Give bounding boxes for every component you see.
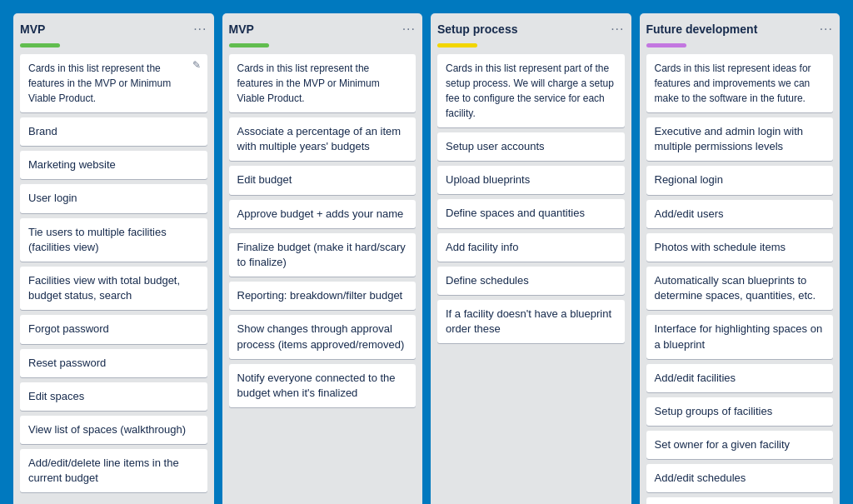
column-header-col4: Future development··· <box>646 22 834 37</box>
column-menu-icon-col4[interactable]: ··· <box>820 22 833 37</box>
column-menu-icon-col1[interactable]: ··· <box>193 22 207 37</box>
column-header-col2: MVP··· <box>229 22 417 37</box>
column-col4: Future development···Cards in this list … <box>640 13 841 504</box>
card-item[interactable]: Facilities view with total budget, budge… <box>20 267 207 310</box>
column-col1: MVP···✎Cards in this list represent the … <box>13 13 214 504</box>
card-item[interactable]: Show changes through approval process (i… <box>229 315 417 358</box>
card-item[interactable]: Associate a percentage of an item with m… <box>229 117 417 161</box>
card-item[interactable]: Executive and admin login with multiple … <box>646 117 834 161</box>
card-item[interactable]: Marketing website <box>20 151 207 179</box>
color-bar-col2 <box>229 43 269 47</box>
card-item[interactable]: Photos with schedule items <box>646 233 834 262</box>
card-item[interactable]: Edit budget <box>229 166 417 194</box>
card-item[interactable]: Brand <box>20 117 207 146</box>
card-item[interactable]: Tie users to multiple facilities (facili… <box>20 218 207 262</box>
card-item[interactable]: Forgot password <box>20 315 207 343</box>
color-bar-col4 <box>646 43 686 47</box>
column-menu-icon-col3[interactable]: ··· <box>611 22 624 37</box>
card-item[interactable]: Add facility info <box>437 233 625 262</box>
card-item[interactable]: Edit spaces <box>20 382 207 411</box>
card-item[interactable]: If a facility doesn't have a blueprint o… <box>437 300 625 343</box>
column-title-col3: Setup process <box>437 22 517 36</box>
card-item[interactable]: Define spaces and quantities <box>437 199 625 227</box>
card-item[interactable]: Add/edit area options <box>646 497 834 504</box>
cards-list-col4: Executive and admin login with multiple … <box>646 117 834 504</box>
edit-icon[interactable]: ✎ <box>192 59 201 71</box>
card-item[interactable]: Setup groups of facilities <box>646 397 834 426</box>
card-item[interactable]: Approve budget + adds your name <box>229 200 417 228</box>
card-item[interactable]: Notify everyone connected to the budget … <box>229 364 417 407</box>
card-item[interactable]: Regional login <box>646 166 834 194</box>
description-text-col1: Cards in this list represent the feature… <box>28 61 199 106</box>
card-item[interactable]: Reset password <box>20 349 207 377</box>
color-bar-col1 <box>20 43 60 47</box>
card-item[interactable]: Setup user accounts <box>437 132 625 161</box>
card-item[interactable]: Reporting: breakdown/filter budget <box>229 282 417 310</box>
card-item[interactable]: Add/edit schedules <box>646 464 834 492</box>
column-col2: MVP···Cards in this list represent the f… <box>222 13 423 504</box>
description-text-col4: Cards in this list represent ideas for f… <box>655 61 826 106</box>
column-title-col1: MVP <box>20 22 45 36</box>
description-card-col2: Cards in this list represent the feature… <box>229 54 417 112</box>
card-item[interactable]: Add/edit facilities <box>646 364 834 392</box>
card-item[interactable]: Automatically scan blueprints to determi… <box>646 267 834 310</box>
card-item[interactable]: Finalize budget (make it hard/scary to f… <box>229 233 417 277</box>
description-card-col3: Cards in this list represent part of the… <box>437 54 625 127</box>
card-item[interactable]: Upload blueprints <box>437 166 625 194</box>
cards-list-col3: Setup user accountsUpload blueprintsDefi… <box>437 132 625 504</box>
card-item[interactable]: View list of spaces (walkthrough) <box>20 416 207 444</box>
column-header-col3: Setup process··· <box>437 22 625 37</box>
description-text-col2: Cards in this list represent the feature… <box>237 61 408 106</box>
column-header-col1: MVP··· <box>20 22 207 37</box>
color-bar-col3 <box>437 43 477 47</box>
card-item[interactable]: Add/edit/delete line items in the curren… <box>20 449 207 492</box>
column-title-col2: MVP <box>229 22 254 36</box>
card-item[interactable]: Interface for highlighting spaces on a b… <box>646 315 834 358</box>
description-card-col4: Cards in this list represent ideas for f… <box>646 54 834 112</box>
kanban-board: MVP···✎Cards in this list represent the … <box>13 13 840 504</box>
cards-list-col2: Associate a percentage of an item with m… <box>229 117 417 504</box>
card-item[interactable]: User login <box>20 184 207 212</box>
card-item[interactable]: Define schedules <box>437 267 625 295</box>
description-text-col3: Cards in this list represent part of the… <box>446 61 616 121</box>
column-menu-icon-col2[interactable]: ··· <box>402 22 416 37</box>
card-item[interactable]: Set owner for a given facility <box>646 431 834 459</box>
column-title-col4: Future development <box>646 22 758 36</box>
column-col3: Setup process···Cards in this list repre… <box>431 13 631 504</box>
card-item[interactable]: Add/edit users <box>646 200 834 228</box>
cards-list-col1: BrandMarketing websiteUser loginTie user… <box>20 117 207 504</box>
description-card-col1: ✎Cards in this list represent the featur… <box>20 54 207 112</box>
